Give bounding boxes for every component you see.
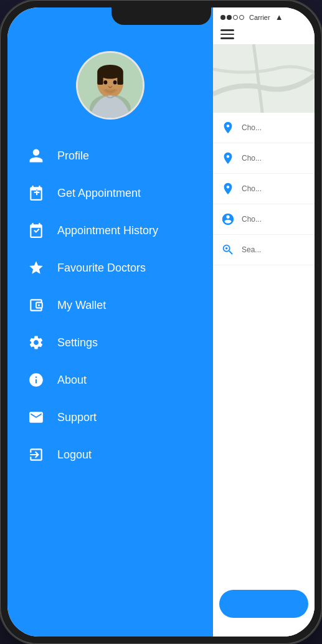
logout-icon [26,445,46,465]
location-text-5: Sea... [242,245,261,254]
sidebar-label-get-appointment: Get Appointment [57,187,141,200]
signal-dot-2 [227,15,232,20]
search-person-icon [219,241,237,258]
calendar-plus-icon [26,183,46,203]
sidebar-item-favourite-doctors[interactable]: Favourite Doctors [20,249,201,286]
sidebar-label-appointment-history: Appointment History [57,224,158,237]
svg-point-12 [227,130,229,132]
svg-point-13 [225,247,228,249]
sidebar-item-appointment-history[interactable]: Appointment History [20,212,201,249]
envelope-icon [26,407,46,427]
avatar [76,51,144,120]
avatar-container [7,51,213,120]
sidebar-label-support: Support [57,411,97,424]
phone-frame: Profile Get Appointment [0,0,322,644]
svg-point-7 [104,80,108,85]
notch [111,7,211,25]
sidebar-label-my-wallet: My Wallet [57,299,106,312]
person-location-icon [219,119,237,136]
carrier-label: Carrier [249,14,270,21]
list-item[interactable]: Sea... [213,235,315,265]
list-item[interactable]: Cho... [213,113,315,143]
star-icon [26,258,46,278]
location-text-2: Cho... [242,154,262,163]
person-circle-icon [219,211,237,228]
sidebar: Profile Get Appointment [7,7,213,637]
signal-dot-3 [233,15,238,20]
svg-rect-5 [97,72,103,85]
svg-point-10 [38,304,40,306]
wifi-icon: ▲ [275,12,283,22]
hamburger-area [213,24,315,44]
gear-icon [26,333,46,353]
location-list: Cho... Cho... [213,113,315,265]
signal-dot-4 [239,15,244,20]
calendar-check-icon [26,220,46,240]
hamburger-line-2 [220,34,234,36]
sidebar-label-about: About [57,374,87,387]
right-panel: Carrier ▲ [213,7,315,637]
pin-icon-1 [219,149,237,167]
svg-rect-6 [117,72,123,85]
svg-point-8 [113,80,117,85]
sidebar-item-logout[interactable]: Logout [20,436,201,473]
sidebar-item-support[interactable]: Support [20,399,201,436]
location-text-4: Cho... [242,215,262,224]
signal-dot-1 [220,15,225,20]
carrier-info: Carrier ▲ [220,12,283,22]
status-bar: Carrier ▲ [213,7,315,24]
signal-indicator [220,15,244,20]
sidebar-item-my-wallet[interactable]: My Wallet [20,286,201,324]
info-icon [26,370,46,390]
location-text-1: Cho... [242,123,262,132]
sidebar-item-profile[interactable]: Profile [20,137,201,174]
location-text-3: Cho... [242,184,262,193]
sidebar-label-profile: Profile [57,149,89,163]
menu-list: Profile Get Appointment [7,137,213,473]
main-content: Cho... Cho... [213,44,315,637]
list-item[interactable]: Cho... [213,204,315,235]
sidebar-item-get-appointment[interactable]: Get Appointment [20,174,201,212]
sidebar-label-settings: Settings [57,336,98,349]
pin-icon-2 [219,180,237,197]
phone-screen: Profile Get Appointment [7,7,315,637]
hamburger-line-3 [220,37,234,39]
bottom-action-button[interactable] [219,590,308,618]
sidebar-item-about[interactable]: About [20,361,201,399]
person-icon [26,146,46,166]
sidebar-label-favourite-doctors: Favourite Doctors [57,262,146,275]
hamburger-button[interactable] [220,29,307,39]
sidebar-item-settings[interactable]: Settings [20,324,201,361]
wallet-icon [26,295,46,315]
hamburger-line-1 [220,29,234,31]
list-item[interactable]: Cho... [213,143,315,174]
list-item[interactable]: Cho... [213,174,315,204]
sidebar-label-logout: Logout [57,448,92,462]
